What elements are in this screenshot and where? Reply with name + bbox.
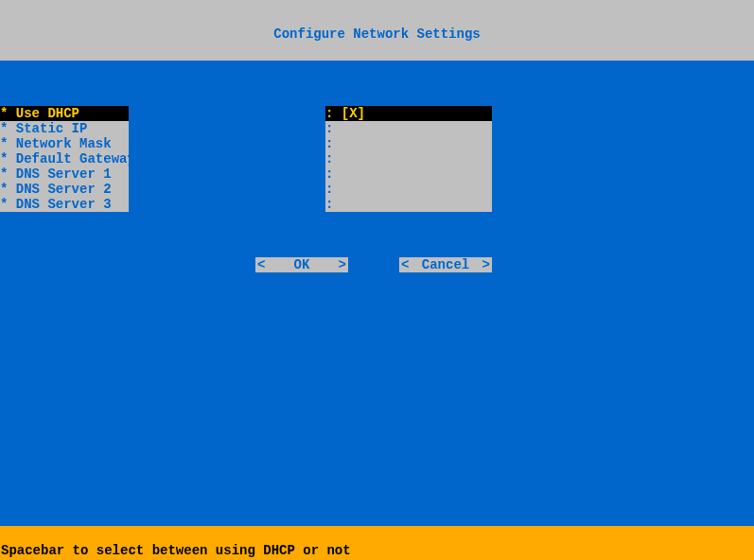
menu-item-use-dhcp[interactable]: * Use DHCP [0, 106, 129, 121]
bracket-right-icon: > [339, 257, 346, 272]
cancel-button-label: Cancel [422, 257, 469, 272]
footer-hint: Spacebar to select between using DHCP or… [1, 543, 351, 558]
value-item-network-mask[interactable]: : [325, 136, 492, 151]
value-item-dns-server-2[interactable]: : [325, 182, 492, 197]
menu-item-label: Static IP [16, 121, 88, 136]
menu-item-dns-server-1[interactable]: * DNS Server 1 [0, 166, 129, 182]
menu-item-dns-server-3[interactable]: * DNS Server 3 [0, 197, 129, 212]
menu-list: * Use DHCP * Static IP * Network Mask * … [0, 106, 129, 212]
header: Configure Network Settings [0, 0, 754, 61]
menu-item-label: Network Mask [16, 136, 112, 151]
cancel-button[interactable]: < Cancel > [399, 257, 492, 272]
main-area: * Use DHCP * Static IP * Network Mask * … [0, 61, 754, 526]
menu-item-label: DNS Server 1 [16, 166, 112, 182]
footer: Spacebar to select between using DHCP or… [0, 526, 754, 560]
menu-item-dns-server-2[interactable]: * DNS Server 2 [0, 182, 129, 197]
menu-item-label: Default Gateway [16, 151, 135, 166]
marker-icon: * [0, 121, 8, 136]
value-item-dns-server-1[interactable]: : [325, 166, 492, 182]
ok-button[interactable]: < OK > [255, 257, 348, 272]
marker-icon: * [0, 151, 8, 166]
menu-item-default-gateway[interactable]: * Default Gateway [0, 151, 129, 166]
bracket-right-icon: > [482, 257, 490, 272]
value-item-static-ip[interactable]: : [325, 121, 492, 136]
marker-icon: * [0, 166, 8, 182]
colon-icon: : [325, 182, 333, 197]
value-item-value: [X] [342, 106, 365, 121]
colon-icon: : [325, 166, 333, 182]
marker-icon: * [0, 182, 8, 197]
page-title: Configure Network Settings [273, 19, 480, 42]
bracket-left-icon: < [401, 257, 409, 272]
colon-icon: : [325, 106, 333, 121]
value-item-dns-server-3[interactable]: : [325, 197, 492, 212]
menu-item-static-ip[interactable]: * Static IP [0, 121, 129, 136]
colon-icon: : [325, 136, 333, 151]
value-list: : [X] : : : : : : [325, 106, 492, 212]
value-item-default-gateway[interactable]: : [325, 151, 492, 166]
colon-icon: : [325, 197, 333, 212]
value-item-use-dhcp[interactable]: : [X] [325, 106, 492, 121]
menu-item-label: DNS Server 3 [16, 197, 112, 212]
bracket-left-icon: < [257, 257, 265, 272]
colon-icon: : [325, 151, 333, 166]
ok-button-label: OK [294, 257, 310, 272]
marker-icon: * [0, 197, 8, 212]
menu-item-label: DNS Server 2 [16, 182, 112, 197]
marker-icon: * [0, 106, 8, 121]
marker-icon: * [0, 136, 8, 151]
colon-icon: : [325, 121, 333, 136]
menu-item-label: Use DHCP [16, 106, 79, 121]
menu-item-network-mask[interactable]: * Network Mask [0, 136, 129, 151]
